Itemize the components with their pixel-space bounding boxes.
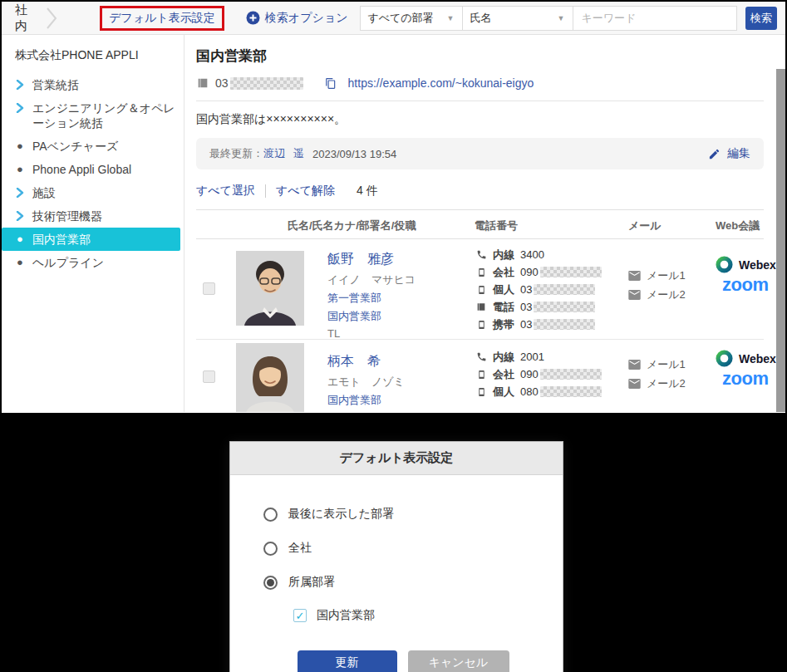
bullet-icon: ● xyxy=(15,164,25,174)
masked-phone-number xyxy=(540,267,602,277)
mail2-link[interactable]: メール2 xyxy=(628,285,686,304)
zoom-button[interactable]: zoom xyxy=(722,274,776,296)
mail1-link[interactable]: メール1 xyxy=(628,266,686,285)
column-header-name: 氏名/氏名カナ/部署名/役職 xyxy=(288,218,416,233)
phone-entry: 会社 090 xyxy=(475,263,602,281)
edit-button[interactable]: 編集 xyxy=(708,146,750,161)
list-toolbar: すべて選択 すべて解除 4 件 xyxy=(196,179,764,203)
mobile-icon xyxy=(475,267,488,278)
masked-phone-number xyxy=(534,284,595,295)
search-button[interactable]: 検索 xyxy=(745,7,778,30)
select-all-link[interactable]: すべて選択 xyxy=(196,184,255,199)
search-options-button[interactable]: 検索オプション xyxy=(246,11,348,26)
department-checkbox-row[interactable]: ✓ 国内営業部 xyxy=(293,608,543,623)
chevron-right-icon[interactable] xyxy=(15,103,25,113)
field-select[interactable]: 氏名 ▼ xyxy=(463,7,573,30)
mail1-link[interactable]: メール1 xyxy=(628,355,686,374)
default-display-settings-button[interactable]: デフォルト表示設定 xyxy=(100,6,224,31)
phone-entry: 会社 090 xyxy=(475,365,602,383)
person-department-link[interactable]: 国内営業部 xyxy=(327,393,405,408)
profile-photo[interactable] xyxy=(236,343,304,412)
directory-app: 社内 デフォルト表示設定 検索オプション すべての部署 ▼ 氏名 ▼ xyxy=(2,2,785,413)
mobile-icon xyxy=(475,284,488,296)
chevron-right-icon[interactable] xyxy=(15,80,25,90)
update-button[interactable]: 更新 xyxy=(298,650,397,672)
last-updated-bar: 最終更新： 渡辺 遥 2023/09/13 19:54 編集 xyxy=(196,138,764,169)
chevron-right-icon[interactable] xyxy=(15,188,25,198)
modal-title: デフォルト表示設定 xyxy=(230,442,563,475)
masked-phone-number xyxy=(230,77,303,90)
person-kana: エモト ノゾミ xyxy=(327,375,405,390)
department-url-link[interactable]: https://example.com/~kokunai-eigyo xyxy=(348,76,534,90)
row-checkbox[interactable] xyxy=(203,282,215,295)
department-description: 国内営業部は××××××××××。 xyxy=(196,112,764,127)
radio-option-own-department[interactable]: 所属部署 xyxy=(263,575,543,590)
keyword-input[interactable] xyxy=(573,7,736,30)
clear-all-link[interactable]: すべて解除 xyxy=(276,184,335,199)
last-updated-label: 最終更新： xyxy=(209,146,263,161)
scope-label: 社内 xyxy=(15,2,33,34)
person-kana: イイノ マサヒコ xyxy=(327,272,416,287)
column-header-phone: 電話番号 xyxy=(475,218,518,233)
divider xyxy=(196,101,764,101)
bullet-icon: ● xyxy=(15,141,25,151)
company-name: 株式会社PHONE APPLI xyxy=(15,48,179,63)
person-department-link[interactable]: 国内営業部 xyxy=(327,309,416,324)
table-row: 飯野 雅彦 イイノ マサヒコ 第一営業部 国内営業部 TL 内線 3400 xyxy=(196,239,764,340)
bullet-icon: ● xyxy=(15,258,25,267)
profile-photo[interactable] xyxy=(236,251,304,326)
department-tree-sidebar: 株式会社PHONE APPLI 営業統括 エンジニアリング＆オペレーション統括 … xyxy=(2,35,184,412)
department-title: 国内営業部 xyxy=(196,47,764,66)
sidebar-item-gijutsu-kanri-kiki[interactable]: 技術管理機器 xyxy=(15,204,179,228)
deskphone-icon xyxy=(475,302,488,312)
radio-option-whole-company[interactable]: 全社 xyxy=(263,541,543,556)
envelope-icon xyxy=(628,271,641,281)
cancel-button[interactable]: キャンセル xyxy=(408,650,509,672)
radio-icon[interactable] xyxy=(263,508,278,522)
default-display-settings-modal: デフォルト表示設定 最後に表示した部署 全社 所属部署 ✓ 国内営業部 更新 キ… xyxy=(229,441,563,672)
webex-button[interactable]: Webex xyxy=(716,256,776,273)
plus-circle-icon xyxy=(246,11,260,25)
sidebar-item-shisetsu[interactable]: 施設 xyxy=(15,181,179,204)
search-filter-group: すべての部署 ▼ 氏名 ▼ xyxy=(360,6,737,31)
checkbox-checked-icon[interactable]: ✓ xyxy=(293,609,307,622)
zoom-button[interactable]: zoom xyxy=(722,368,776,390)
sidebar-item-eigyo-toukatsu[interactable]: 営業統括 xyxy=(15,73,179,96)
mail2-link[interactable]: メール2 xyxy=(628,374,686,393)
copy-icon[interactable] xyxy=(325,77,337,90)
screenshot-canvas: 社内 デフォルト表示設定 検索オプション すべての部署 ▼ 氏名 ▼ xyxy=(0,0,787,672)
sidebar-item-kokunai-eigyobu[interactable]: ● 国内営業部 xyxy=(2,228,180,251)
department-detail-panel: 国内営業部 03 https://example.com/~kokunai-ei… xyxy=(184,35,785,412)
updated-by-first-name-link[interactable]: 遥 xyxy=(293,146,304,161)
envelope-icon xyxy=(628,290,641,300)
person-name-link[interactable]: 柄本 希 xyxy=(327,353,405,370)
radio-icon[interactable] xyxy=(263,542,278,556)
person-name-link[interactable]: 飯野 雅彦 xyxy=(327,251,416,268)
breadcrumb-chevron-icon xyxy=(45,7,58,30)
chevron-right-icon[interactable] xyxy=(15,211,25,221)
row-checkbox[interactable] xyxy=(203,370,215,383)
radio-selected-icon[interactable] xyxy=(263,576,278,590)
radio-option-last-displayed[interactable]: 最後に表示した部署 xyxy=(263,507,543,522)
masked-phone-number xyxy=(534,302,595,312)
handset-icon xyxy=(475,249,488,260)
department-select[interactable]: すべての部署 ▼ xyxy=(361,7,462,30)
phone-entry: 携帯 03 xyxy=(475,316,602,333)
column-header-web-meeting: Web会議 xyxy=(716,218,760,233)
sidebar-item-helpline[interactable]: ● ヘルプライン xyxy=(15,251,179,274)
vertical-scrollbar[interactable] xyxy=(776,69,785,412)
masked-phone-number xyxy=(540,369,602,380)
sidebar-item-engineering-operation[interactable]: エンジニアリング＆オペレーション統括 xyxy=(15,96,179,135)
person-department-link[interactable]: 第一営業部 xyxy=(327,291,416,306)
webex-button[interactable]: Webex xyxy=(716,350,776,367)
webex-icon xyxy=(716,350,733,367)
phone-entry: 個人 080 xyxy=(475,383,602,400)
sidebar-item-pa-ventures[interactable]: ● PAベンチャーズ xyxy=(15,135,179,158)
phone-entry: 内線 2001 xyxy=(475,348,602,365)
result-count: 4 件 xyxy=(357,184,378,199)
table-row: 柄本 希 エモト ノゾミ 国内営業部 内線 2001 会社 xyxy=(196,340,764,412)
person-role: TL xyxy=(327,327,416,340)
sidebar-item-phone-appli-global[interactable]: ● Phone Appli Global xyxy=(15,158,179,181)
updated-by-last-name-link[interactable]: 渡辺 xyxy=(263,146,285,161)
divider xyxy=(265,184,266,198)
